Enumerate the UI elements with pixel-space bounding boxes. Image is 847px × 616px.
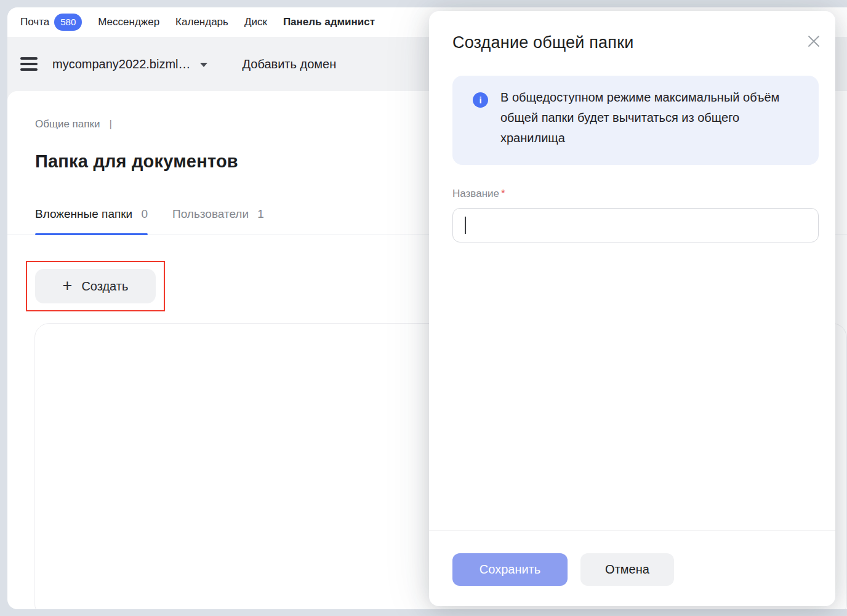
tab-nested-folders[interactable]: Вложенные папки 0 [35, 201, 148, 234]
domain-switcher[interactable]: mycompany2022.bizml… [52, 57, 207, 71]
create-button-label: Создать [81, 279, 128, 294]
drawer-footer: Сохранить Отмена [429, 530, 835, 606]
drawer-title: Создание общей папки [452, 33, 633, 52]
nav-item-messenger[interactable]: Мессенджер [98, 16, 159, 28]
nav-item-mail[interactable]: Почта 580 [20, 14, 82, 31]
cancel-button[interactable]: Отмена [580, 553, 674, 586]
add-domain-button[interactable]: Добавить домен [243, 57, 337, 71]
info-banner-text: В общедоступном режиме максимальный объё… [500, 87, 795, 148]
breadcrumb-shared-folders[interactable]: Общие папки [35, 118, 100, 130]
close-button[interactable] [805, 32, 823, 50]
required-marker: * [501, 188, 505, 199]
domain-name: mycompany2022.bizml… [52, 57, 191, 71]
close-icon [806, 34, 821, 49]
name-field-label: Название* [452, 188, 505, 200]
nav-item-calendar[interactable]: Календарь [175, 16, 228, 28]
breadcrumb-separator: | [109, 118, 111, 130]
create-button[interactable]: + Создать [35, 269, 156, 303]
tab-nested-folders-count: 0 [141, 207, 148, 220]
nav-item-admin-panel[interactable]: Панель админист [283, 16, 375, 28]
save-button[interactable]: Сохранить [452, 553, 568, 586]
mail-unread-badge: 580 [54, 14, 82, 31]
plus-icon: + [63, 278, 73, 294]
chevron-down-icon [200, 63, 207, 67]
tab-users[interactable]: Пользователи 1 [172, 201, 264, 234]
name-input-wrap [452, 208, 819, 242]
menu-icon[interactable] [20, 57, 38, 71]
annotation-highlight-box: + Создать [26, 261, 165, 311]
create-shared-folder-drawer: Создание общей папки i В общедоступном р… [429, 11, 835, 606]
nav-item-disk[interactable]: Диск [244, 16, 267, 28]
nav-item-mail-label: Почта [20, 16, 49, 28]
tab-users-count: 1 [257, 207, 264, 220]
page-title: Папка для документов [35, 151, 238, 172]
breadcrumb: Общие папки | [35, 118, 112, 130]
info-icon: i [473, 92, 488, 108]
text-cursor [465, 217, 466, 234]
folder-name-input[interactable] [452, 208, 819, 242]
info-banner: i В общедоступном режиме максимальный об… [452, 76, 819, 165]
